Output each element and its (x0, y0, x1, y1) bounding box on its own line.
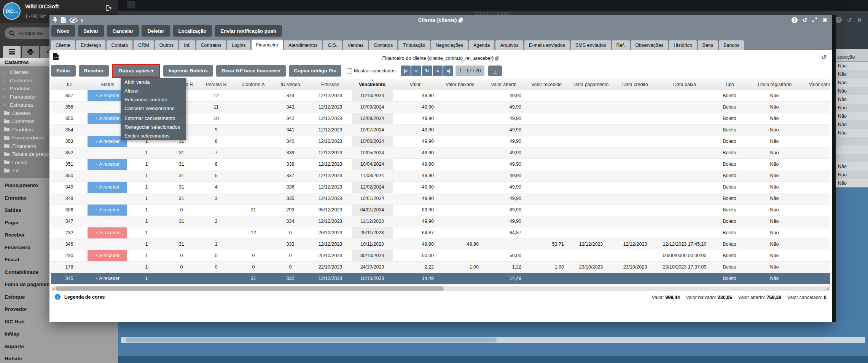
mostrar-cancelados-checkbox[interactable] (347, 68, 352, 74)
table-row[interactable]: 178◔Parcial1000022/10/202324/10/20232,22… (51, 261, 830, 273)
table-row[interactable]: 347◔A receber131233412/12/202311/12/2023… (51, 216, 830, 227)
tab-bens[interactable]: Bens (698, 40, 718, 50)
tab-crm[interactable]: CRM (134, 40, 153, 50)
column-header-contrato-a[interactable]: Contrato A (235, 79, 272, 90)
imprimir-boletos-button[interactable]: Imprimir Boletos (163, 65, 213, 77)
table-scrollbar-thumb[interactable] (56, 286, 444, 291)
column-header-data-cr-dito[interactable]: Data crédito (614, 79, 656, 90)
tab-endere-o[interactable]: Endereço (76, 40, 106, 50)
column-header-vencimento[interactable]: ▼Vencimento (352, 79, 393, 90)
table-row[interactable]: 349◔A receber131433612/12/202312/02/2024… (51, 181, 830, 193)
refresh-button[interactable]: ↻ (422, 66, 432, 76)
tab-e-mails-enviados[interactable]: E-mails enviados (524, 40, 570, 50)
menu-item-abrir-venda[interactable]: Abrir venda (121, 78, 186, 86)
scroll-left-arrow[interactable]: ◂ (51, 286, 56, 291)
column-header-valor-cancelado[interactable]: Valor cancelado (803, 79, 830, 90)
localiza-o-button[interactable]: Localização (173, 25, 212, 37)
info-icon[interactable]: i (55, 294, 61, 300)
grid-refresh-history-icon[interactable]: ↺ (821, 53, 827, 61)
tab-agenda[interactable]: Agenda (469, 40, 494, 50)
tab-contratos[interactable]: Contratos (196, 40, 226, 50)
background-scrollbar-thumb[interactable] (126, 337, 497, 342)
table-row[interactable]: 351◔A receber131633812/12/202310/04/2024… (51, 158, 830, 170)
menu-item-renegociar-selecionados[interactable]: Renegociar selecionados (121, 123, 186, 131)
background-horizontal-scrollbar[interactable] (121, 337, 865, 343)
tab-bancos[interactable]: Bancos (719, 40, 744, 50)
cancelar-button[interactable]: Cancelar (107, 25, 139, 37)
column-header-tipo[interactable]: Tipo (713, 79, 746, 90)
menu-item-relacionar-contrato[interactable]: Relacionar contrato (121, 95, 186, 104)
column-header-valor-recebido[interactable]: Valor recebido (525, 79, 568, 90)
bg-history-icon[interactable]: ↺ (847, 17, 852, 24)
column-header-valor[interactable]: Valor (393, 79, 438, 90)
close-icon[interactable]: ✖ (822, 17, 827, 24)
column-header-data-baixa[interactable]: Data baixa (656, 79, 713, 90)
salvar-button[interactable]: Salvar (78, 25, 104, 37)
outras-acoes-button[interactable]: Outras ações ▾ (113, 65, 159, 77)
column-header-t-tulo-registrado[interactable]: Título registrado (746, 79, 803, 90)
bg-close-icon[interactable]: ✖ (857, 17, 862, 24)
download-button[interactable]: ↓ (488, 66, 502, 76)
tab-contatos[interactable]: Contatos (369, 40, 397, 50)
next-page-button[interactable]: » (433, 66, 443, 76)
sidebar-tab-print[interactable] (22, 46, 39, 58)
sidebar-item-inmap[interactable]: InMap (0, 328, 118, 341)
table-horizontal-scrollbar[interactable]: ◂ ▸ (51, 286, 830, 291)
receber-button[interactable]: Receber (79, 65, 109, 77)
copy-icon[interactable] (495, 56, 499, 61)
tab-vendas[interactable]: Vendas (343, 40, 368, 50)
tab-negocia-es[interactable]: Negociações (431, 40, 468, 50)
deletar-button[interactable]: Deletar (142, 25, 170, 37)
table-row[interactable]: 232◔A receber112026/10/202325/11/202364,… (51, 227, 830, 238)
prev-page-button[interactable]: « (411, 66, 421, 76)
tab-hist-rico[interactable]: Histórico (669, 40, 697, 50)
tab-sms-enviados[interactable]: SMS enviados (571, 40, 611, 50)
tab-observa-es[interactable]: Observações (631, 40, 668, 50)
enviar-notifica-o-push-button[interactable]: Enviar notificação push (215, 25, 282, 37)
column-header-parcela-r[interactable]: Parcela R (197, 79, 235, 90)
table-row[interactable]: 230◔A receber1000025/10/202330/10/202350… (51, 250, 830, 261)
editar-button[interactable]: Editar (51, 65, 76, 77)
first-page-button[interactable]: |« (401, 66, 411, 76)
sidebar-item-hotsite[interactable]: Hotsite (0, 353, 118, 363)
menu-item-alterar[interactable]: Alterar (121, 86, 186, 95)
last-page-button[interactable]: »| (443, 66, 453, 76)
tab-cliente[interactable]: Cliente (51, 40, 75, 50)
tab-arquivos[interactable]: Arquivos (495, 40, 523, 50)
bg-help-icon[interactable]: ? (836, 17, 842, 23)
tab-inf-[interactable]: Inf. (179, 40, 195, 50)
table-row[interactable]: 306◔A receber103129305/12/202304/01/2024… (51, 204, 830, 216)
copiar-pix-button[interactable]: Copiar código Pix (289, 65, 342, 77)
table-row[interactable]: 346✓Recebido131133312/12/202310/11/20234… (51, 238, 830, 250)
copy-icon[interactable] (459, 18, 463, 22)
tab-outros[interactable]: Outros (155, 40, 178, 50)
tab-ref-[interactable]: Ref. (612, 40, 630, 50)
gerar-nf-button[interactable]: Gerar NF base financeiro (216, 65, 286, 77)
legend-label[interactable]: Legenda de cores (64, 294, 105, 300)
table-row[interactable]: 345◔A receber13133212/12/202310/10/20231… (51, 273, 830, 284)
menu-item-excluir-selecionados[interactable]: Excluir selecionados (121, 131, 186, 140)
column-header-id-venda[interactable]: ID Venda (272, 79, 309, 90)
column-header-data-pagamento[interactable]: Data pagamento (568, 79, 614, 90)
novo-button[interactable]: Novo (51, 25, 75, 37)
table-row[interactable]: 348◔A receber131333512/12/202310/01/2024… (51, 193, 830, 204)
column-header-id[interactable]: ID (51, 79, 88, 90)
table-row[interactable]: 350◔A receber131533712/12/202311/03/2024… (51, 170, 830, 181)
history-icon[interactable]: ↺ (803, 17, 807, 24)
column-header-valor-aberto[interactable]: Valor aberto (483, 79, 525, 90)
tab-o-s-[interactable]: O.S. (323, 40, 342, 50)
help-icon[interactable]: ? (792, 17, 798, 23)
column-header-valor-baixado[interactable]: Valor baixado (438, 79, 483, 90)
tab-atendimentos[interactable]: Atendimentos (284, 40, 322, 50)
column-header-emiss-o[interactable]: Emissão (309, 79, 352, 90)
tab-logins[interactable]: Logins (227, 40, 250, 50)
tab-contato[interactable]: Contato (107, 40, 132, 50)
sidebar-tab-menu[interactable] (3, 46, 21, 58)
tab-tributa-o[interactable]: Tributação (398, 40, 430, 50)
expand-icon[interactable] (812, 17, 817, 24)
menu-item-cancelar-selecionados[interactable]: Cancelar selecionados (121, 104, 186, 113)
menu-item-estornar-cancelamento[interactable]: Estornar cancelamento (121, 114, 186, 123)
scroll-right-arrow[interactable]: ▸ (826, 286, 830, 291)
tab-financeiro[interactable]: Financeiro (252, 40, 283, 50)
table-row[interactable]: 352◔A receber131733912/12/202310/05/2024… (51, 147, 830, 158)
